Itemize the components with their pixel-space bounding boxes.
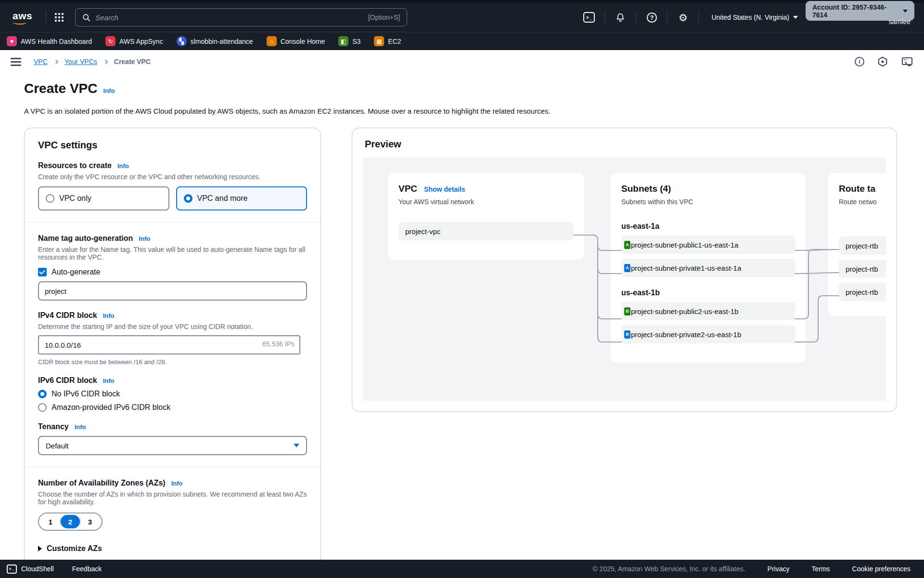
subnet-public-badge: A [624, 241, 630, 249]
route-table-chip[interactable]: project-rtb [839, 260, 886, 278]
route-table-chip[interactable]: project-rtb [839, 236, 886, 255]
customize-azs-label: Customize AZs [47, 544, 102, 553]
radio-checked-icon [184, 194, 192, 203]
az-option-1[interactable]: 1 [41, 515, 60, 528]
ipv6-info-link[interactable]: Info [103, 377, 115, 384]
settings-gear-icon[interactable]: ⚙ [672, 8, 693, 26]
help-icon[interactable]: ? [641, 8, 662, 26]
subnet-chip-public1[interactable]: A project-subnet-public1-us-east-1a [621, 236, 795, 254]
az-group-us-east-1a: us-east-1a [621, 222, 795, 231]
az-option-2-selected[interactable]: 2 [61, 515, 80, 528]
subnets-card-subtitle: Subnets within this VPC [621, 198, 795, 206]
search-input[interactable] [95, 13, 363, 22]
favorite-aws-health-dashboard[interactable]: ♥ AWS Health Dashboard [7, 36, 92, 46]
favorite-aws-appsync[interactable]: ↻ AWS AppSync [105, 36, 163, 46]
tenancy-select[interactable]: Default [38, 436, 307, 455]
amazon-q-icon[interactable] [877, 56, 888, 67]
favorite-slmobbin-attendance[interactable]: ▚ slmobbin-attendance [177, 36, 253, 46]
cookie-preferences-link[interactable]: Cookie preferences [852, 565, 911, 573]
vpc-card-title: VPC [398, 184, 417, 194]
favorite-label: AWS AppSync [119, 38, 163, 45]
search-bar[interactable]: [Option+S] [75, 8, 407, 26]
az-option-3[interactable]: 3 [80, 515, 100, 528]
feedback-button[interactable]: Feedback [72, 565, 102, 573]
subnet-chip-private2[interactable]: B project-subnet-private2-us-east-1b [621, 325, 795, 343]
route-tables-card-subtitle: Route netwo [839, 198, 886, 206]
copyright-text: © 2025, Amazon Web Services, Inc. or its… [592, 565, 745, 573]
breadcrumb-your-vpcs[interactable]: Your VPCs [64, 58, 97, 66]
console-home-icon: ⌂ [267, 36, 277, 46]
subnet-private-badge: B [624, 330, 630, 339]
settings-heading: VPC settings [38, 140, 307, 151]
notifications-bell-icon[interactable] [610, 8, 631, 26]
name-tag-input[interactable] [38, 281, 307, 301]
favorite-label: Console Home [281, 38, 325, 45]
vpc-diagram-card: VPC Show details Your AWS virtual networ… [388, 173, 584, 260]
cloudshell-icon[interactable]: >_ [578, 8, 600, 26]
breadcrumb-vpc[interactable]: VPC [34, 58, 48, 66]
cloudshell-terminal-icon: >_ [7, 565, 17, 574]
cloudshell-button[interactable]: >_ CloudShell [7, 565, 54, 574]
vpc-preview-diagram: VPC Show details Your AWS virtual networ… [363, 158, 886, 401]
privacy-link[interactable]: Privacy [768, 565, 790, 573]
name-tag-info-link[interactable]: Info [139, 235, 150, 242]
auto-generate-checkbox-row[interactable]: Auto-generate [38, 268, 307, 276]
region-selector[interactable]: United States (N. Virginia) [704, 13, 806, 21]
region-label: United States (N. Virginia) [711, 13, 789, 21]
s3-icon: ◧ [338, 36, 348, 46]
favorite-ec2[interactable]: ▦ EC2 [374, 36, 401, 46]
favorite-console-home[interactable]: ⌂ Console Home [267, 36, 325, 46]
aws-logo[interactable]: aws [8, 10, 41, 25]
show-details-link[interactable]: Show details [424, 185, 465, 193]
resources-description: Create only the VPC resource or the VPC … [38, 173, 307, 181]
vpc-settings-card: VPC settings Resources to create Info Cr… [24, 128, 321, 578]
ipv4-info-link[interactable]: Info [103, 312, 115, 319]
checkbox-checked-icon[interactable] [38, 268, 47, 276]
breadcrumb: VPC Your VPCs Create VPC [34, 58, 151, 66]
page-description: A VPC is an isolated portion of the AWS … [24, 107, 924, 115]
radio-unchecked-icon [46, 194, 54, 203]
ipv4-cidr-input[interactable] [38, 335, 300, 355]
azs-info-link[interactable]: Info [171, 480, 183, 487]
side-nav-toggle-icon[interactable] [11, 58, 21, 66]
bottom-bar: >_ CloudShell Feedback © 2025, Amazon We… [0, 560, 924, 578]
radio-unchecked-icon [38, 403, 47, 412]
preview-heading: Preview [363, 139, 886, 150]
ipv6-amazon-label: Amazon-provided IPv6 CIDR block [51, 403, 170, 412]
page-info-link[interactable]: Info [103, 87, 115, 94]
auto-generate-label: Auto-generate [51, 268, 100, 276]
ipv6-none-label: No IPv6 CIDR block [51, 390, 120, 398]
preview-card: Preview VPC Show details Your AWS virtua… [352, 128, 897, 412]
customize-azs-expander[interactable]: Customize AZs [38, 544, 307, 553]
ipv6-cidr-label: IPv6 CIDR block [38, 376, 97, 385]
radio-checked-icon [38, 390, 47, 398]
divider [667, 11, 667, 24]
resources-info-link[interactable]: Info [117, 162, 129, 170]
info-panel-icon[interactable]: i [855, 57, 864, 66]
subnets-card-title: Subnets (4) [621, 184, 671, 194]
favorite-label: slmobbin-attendance [191, 38, 253, 45]
route-table-chip[interactable]: project-rtb [839, 283, 886, 301]
ipv6-none-option[interactable]: No IPv6 CIDR block [38, 390, 307, 398]
open-panel-icon[interactable] [901, 56, 913, 67]
breadcrumb-current: Create VPC [114, 58, 151, 66]
vpc-and-more-tile[interactable]: VPC and more [176, 186, 308, 210]
subnet-chip-public2[interactable]: B project-subnet-public2-us-east-1b [621, 302, 795, 320]
services-menu-icon[interactable] [51, 9, 67, 26]
username-label[interactable]: samlee [889, 18, 911, 26]
appsync-icon: ↻ [105, 36, 116, 46]
subnet-chip-private1[interactable]: A project-subnet-private1-us-east-1a [621, 259, 795, 277]
terms-link[interactable]: Terms [811, 565, 830, 573]
health-dashboard-icon: ♥ [7, 36, 17, 46]
vpc-chip[interactable]: project-vpc [398, 222, 574, 240]
tenancy-info-link[interactable]: Info [75, 423, 86, 431]
page-title: Create VPC [24, 81, 98, 96]
ipv6-amazon-option[interactable]: Amazon-provided IPv6 CIDR block [38, 403, 307, 412]
chevron-down-icon [294, 444, 299, 447]
name-tag-label: Name tag auto-generation [38, 234, 133, 243]
attendance-site-icon: ▚ [177, 36, 187, 46]
divider [636, 11, 636, 24]
vpc-only-tile[interactable]: VPC only [38, 186, 169, 210]
favorite-s3[interactable]: ◧ S3 [338, 36, 360, 46]
breadcrumb-bar: VPC Your VPCs Create VPC i [0, 50, 924, 73]
